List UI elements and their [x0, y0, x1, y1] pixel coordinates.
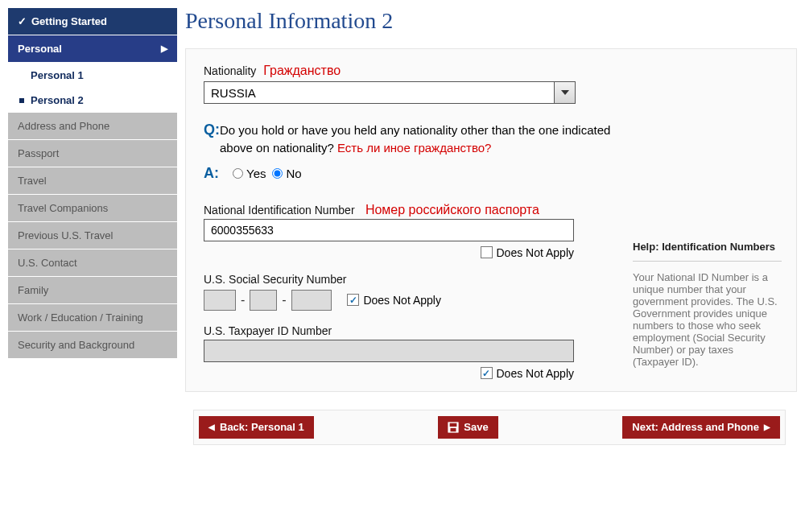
svg-rect-2 — [450, 423, 457, 426]
form-panel: Nationality Гражданство RUSSIA Q: Do you… — [185, 48, 797, 392]
nav-passport[interactable]: Passport — [8, 140, 177, 167]
nav-getting-started-label: Getting Started — [31, 15, 107, 27]
next-button-label: Next: Address and Phone — [632, 421, 759, 433]
question-mark: Q: — [204, 122, 220, 157]
nav-address-phone[interactable]: Address and Phone — [8, 113, 177, 140]
nav-travel[interactable]: Travel — [8, 167, 177, 195]
question-hint: Есть ли иное гражданство? — [337, 141, 491, 155]
nin-label: National Identification Number — [204, 204, 355, 217]
radio-no[interactable] — [272, 168, 283, 179]
chevron-right-icon: ▶ — [161, 43, 167, 54]
ssn-part2[interactable] — [250, 290, 277, 311]
radio-no-label: No — [286, 167, 301, 180]
nationality-select[interactable]: RUSSIA — [204, 81, 576, 104]
dropdown-arrow-icon[interactable] — [555, 81, 576, 104]
page-title: Personal Information 2 — [185, 8, 797, 34]
help-title: Identification Numbers — [662, 241, 775, 253]
help-body: Your National ID Number is a unique numb… — [633, 271, 782, 368]
nin-hint: Номер российского паспорта — [365, 203, 539, 217]
nav-us-contact[interactable]: U.S. Contact — [8, 250, 177, 277]
tax-dna-label: Does Not Apply — [497, 367, 575, 380]
tax-label: U.S. Taxpayer ID Number — [204, 324, 332, 337]
radio-yes-label: Yes — [246, 167, 266, 180]
nin-dna-checkbox[interactable] — [481, 246, 493, 258]
nav-personal-label: Personal — [18, 43, 62, 55]
radio-yes[interactable] — [233, 168, 243, 179]
nin-input[interactable] — [204, 219, 574, 241]
ssn-dna-checkbox[interactable]: ✓ — [347, 294, 359, 306]
nationality-label: Nationality — [204, 64, 256, 77]
nationality-value: RUSSIA — [204, 81, 555, 104]
nav-personal-2[interactable]: Personal 2 — [8, 88, 177, 113]
nationality-hint: Гражданство — [263, 64, 341, 77]
help-prefix: Help: — [633, 241, 659, 253]
back-button[interactable]: Back: Personal 1 — [199, 416, 314, 439]
nav-personal-1[interactable]: Personal 1 — [8, 63, 177, 88]
sidebar: Getting Started Personal ▶ Personal 1 Pe… — [8, 8, 177, 392]
tax-dna-checkbox[interactable]: ✓ — [481, 367, 493, 379]
ssn-part1[interactable] — [204, 290, 236, 311]
save-button-label: Save — [464, 421, 488, 433]
nav-previous-us-travel[interactable]: Previous U.S. Travel — [8, 222, 177, 250]
nav-getting-started[interactable]: Getting Started — [8, 8, 177, 35]
ssn-part3[interactable] — [291, 290, 332, 311]
tax-input[interactable] — [204, 340, 574, 362]
svg-rect-3 — [451, 427, 456, 431]
bottom-nav: Back: Personal 1 Save Next: Address and … — [193, 410, 786, 445]
next-button[interactable]: Next: Address and Phone — [622, 416, 780, 439]
ssn-label: U.S. Social Security Number — [204, 273, 346, 286]
nav-family[interactable]: Family — [8, 277, 177, 304]
answer-mark: A: — [204, 165, 226, 182]
question-text: Do you hold or have you held any nationa… — [220, 122, 623, 157]
nav-travel-companions[interactable]: Travel Companions — [8, 195, 177, 222]
nav-security-background[interactable]: Security and Background — [8, 332, 177, 359]
save-button[interactable]: Save — [438, 416, 497, 439]
back-button-label: Back: Personal 1 — [220, 421, 304, 433]
ssn-dna-label: Does Not Apply — [363, 294, 441, 307]
nin-dna-label: Does Not Apply — [497, 246, 575, 259]
nav-personal[interactable]: Personal ▶ — [8, 35, 177, 63]
nav-work-education[interactable]: Work / Education / Training — [8, 304, 177, 332]
save-icon — [448, 422, 459, 433]
help-panel: Help: Identification Numbers Your Nation… — [633, 241, 782, 380]
